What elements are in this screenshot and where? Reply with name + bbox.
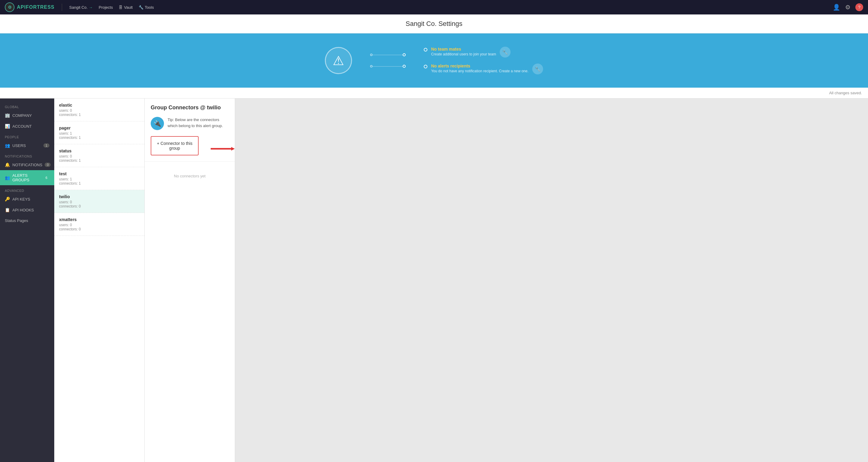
wrench-icon-1[interactable]: 🔧 bbox=[500, 47, 510, 58]
hero-item-dot-1 bbox=[424, 48, 427, 52]
sidebar-status-pages-label: Status Pages bbox=[5, 218, 28, 223]
group-name: xmatters bbox=[59, 217, 140, 222]
group-meta: users: 1connectors: 1 bbox=[59, 177, 140, 186]
page-title: Sangit Co. Settings bbox=[406, 20, 462, 27]
group-name: test bbox=[59, 171, 140, 176]
add-connector-button[interactable]: + Connector to this group bbox=[151, 136, 198, 156]
arrow-line bbox=[211, 147, 235, 151]
key-icon: 🔑 bbox=[5, 197, 10, 201]
top-navigation: ⚙ APIFORTRESS Sangit Co. → Projects 🗄 Va… bbox=[0, 0, 868, 14]
sidebar-item-company[interactable]: 🏢 COMPANY bbox=[0, 110, 54, 121]
main-layout: Global 🏢 COMPANY 📊 ACCOUNT People 👥 USER… bbox=[0, 98, 868, 462]
group-meta: users: 0connectors: 0 bbox=[59, 223, 140, 231]
sidebar-item-account[interactable]: 📊 ACCOUNT bbox=[0, 121, 54, 132]
group-item[interactable]: elastic users: 0connectors: 1 bbox=[54, 98, 144, 121]
sidebar-item-notifications[interactable]: 🔔 NOTIFICATIONS 0 bbox=[0, 159, 54, 170]
hero-banner: ⚠ No team mates Create additional users … bbox=[0, 33, 868, 88]
sidebar-notifications-label: Notifications bbox=[0, 151, 54, 159]
sidebar-company-label: COMPANY bbox=[12, 113, 32, 118]
arrow-icon: → bbox=[89, 5, 93, 10]
sidebar-global-label: Global bbox=[0, 101, 54, 110]
group-meta: users: 0connectors: 1 bbox=[59, 108, 140, 117]
sidebar-item-api-keys[interactable]: 🔑 API KEYS bbox=[0, 194, 54, 204]
hero-connector-line-1 bbox=[373, 55, 403, 55]
sidebar-item-alerts-groups[interactable]: 👥 ALERTS GROUPS 6 bbox=[0, 170, 54, 185]
hero-item-teammates: No team mates Create additional users to… bbox=[424, 47, 543, 58]
settings-icon[interactable]: ⚙ bbox=[845, 4, 850, 11]
warning-icon: ⚠ bbox=[325, 47, 352, 74]
nav-right: 👤 ⚙ ? bbox=[833, 3, 863, 11]
projects-label: Projects bbox=[99, 5, 113, 10]
group-name: elastic bbox=[59, 103, 140, 107]
page-title-bar: Sangit Co. Settings bbox=[0, 14, 868, 33]
hero-connector-line-2 bbox=[373, 66, 403, 67]
red-arrow-annotation bbox=[211, 147, 235, 151]
group-item[interactable]: xmatters users: 0connectors: 0 bbox=[54, 213, 144, 236]
hero-item-dot-2 bbox=[424, 65, 427, 68]
right-area bbox=[235, 98, 868, 462]
vault-label: Vault bbox=[124, 5, 133, 10]
sidebar-alerts-label: ALERTS GROUPS bbox=[12, 173, 41, 182]
sidebar-notif-label: NOTIFICATIONS bbox=[12, 163, 42, 167]
sidebar-account-label: ACCOUNT bbox=[12, 124, 32, 129]
sidebar-users-label: USERS bbox=[12, 143, 26, 148]
content-area: elastic users: 0connectors: 1 pager user… bbox=[54, 98, 868, 462]
hero-line-2 bbox=[370, 65, 406, 68]
connector-btn-row: + Connector to this group bbox=[145, 136, 235, 161]
group-item[interactable]: pager users: 1connectors: 1 bbox=[54, 121, 144, 144]
hero-dot-end-2 bbox=[403, 65, 406, 68]
hero-dot-end-1 bbox=[403, 53, 406, 56]
notif-badge: 0 bbox=[44, 163, 51, 167]
sidebar-people-label: People bbox=[0, 132, 54, 140]
sidebar-api-keys-label: API KEYS bbox=[12, 197, 30, 201]
hook-icon: 📋 bbox=[5, 207, 10, 212]
nav-vault[interactable]: 🗄 Vault bbox=[119, 5, 133, 10]
company-icon: 🏢 bbox=[5, 113, 10, 118]
no-teammates-desc: Create additional users to join your tea… bbox=[431, 52, 496, 56]
group-name: twilio bbox=[59, 194, 140, 199]
no-alerts-desc: You do not have any notification recipie… bbox=[431, 69, 528, 73]
group-item[interactable]: test users: 1connectors: 1 bbox=[54, 167, 144, 190]
group-item[interactable]: twilio users: 0connectors: 0 bbox=[54, 190, 144, 213]
sidebar-item-api-hooks[interactable]: 📋 API HOOKS bbox=[0, 204, 54, 215]
nav-projects[interactable]: Projects bbox=[99, 5, 113, 10]
tools-icon: 🔧 bbox=[138, 5, 144, 10]
nav-divider bbox=[62, 4, 62, 11]
sidebar: Global 🏢 COMPANY 📊 ACCOUNT People 👥 USER… bbox=[0, 98, 54, 462]
hero-alert-items: No team mates Create additional users to… bbox=[424, 47, 543, 74]
plug-icon: 🔌 bbox=[151, 117, 164, 130]
connectors-panel: Group Connectors @ twilio 🔌 Tip: Below a… bbox=[145, 98, 235, 462]
sidebar-api-hooks-label: API HOOKS bbox=[12, 208, 34, 212]
help-icon[interactable]: ? bbox=[855, 3, 863, 11]
hero-dot-2 bbox=[370, 65, 373, 67]
hero-line-1 bbox=[370, 53, 406, 56]
brand-name: APIFORTRESS bbox=[17, 4, 55, 10]
sidebar-item-users[interactable]: 👥 USERS 1 bbox=[0, 140, 54, 151]
connectors-tip: 🔌 Tip: Below are the connectors which be… bbox=[145, 114, 235, 136]
logo[interactable]: ⚙ APIFORTRESS bbox=[5, 2, 55, 12]
hero-connectors bbox=[370, 53, 406, 68]
hero-item-alerts: No alerts recipients You do not have any… bbox=[424, 64, 543, 74]
status-message: All changes saved. bbox=[829, 91, 862, 95]
tools-label: Tools bbox=[145, 5, 154, 10]
hero-dot-1 bbox=[370, 54, 373, 56]
connectors-header: Group Connectors @ twilio bbox=[145, 98, 235, 114]
groups-list: elastic users: 0connectors: 1 pager user… bbox=[54, 98, 145, 462]
group-item[interactable]: status users: 0connectors: 1 bbox=[54, 144, 144, 167]
group-meta: users: 1connectors: 1 bbox=[59, 131, 140, 140]
nav-company[interactable]: Sangit Co. → bbox=[69, 5, 93, 10]
sidebar-item-status-pages[interactable]: Status Pages bbox=[0, 215, 54, 226]
bell-icon: 🔔 bbox=[5, 162, 10, 167]
vault-icon: 🗄 bbox=[119, 5, 123, 10]
nav-tools[interactable]: 🔧 Tools bbox=[138, 5, 154, 10]
user-icon[interactable]: 👤 bbox=[833, 4, 840, 11]
no-alerts-title: No alerts recipients bbox=[431, 64, 528, 68]
group-meta: users: 0connectors: 0 bbox=[59, 200, 140, 208]
no-teammates-title: No team mates bbox=[431, 47, 496, 52]
users-badge: 1 bbox=[43, 143, 50, 147]
alerts-icon: 👥 bbox=[5, 175, 10, 180]
wrench-icon-2[interactable]: 🔧 bbox=[532, 64, 543, 74]
users-icon: 👥 bbox=[5, 143, 10, 148]
tip-text: Tip: Below are the connectors which belo… bbox=[167, 117, 229, 129]
group-name: status bbox=[59, 148, 140, 153]
